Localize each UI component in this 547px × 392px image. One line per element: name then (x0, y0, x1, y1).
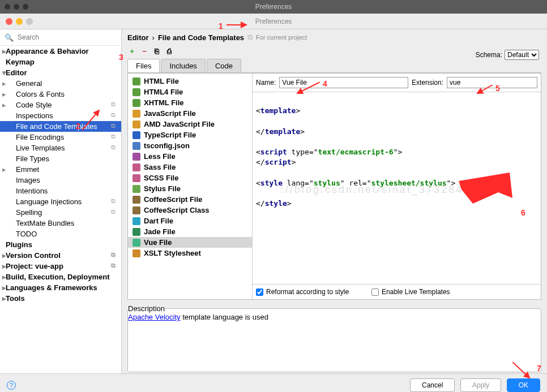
file-label: Sass File (144, 163, 176, 171)
tree-item-general[interactable]: General (0, 78, 121, 89)
template-xhtml-file[interactable]: XHTML File (128, 97, 252, 108)
tab-includes[interactable]: Includes (161, 59, 205, 72)
tree-item-live-templates[interactable]: Live Templates⧉ (0, 143, 121, 153)
minimize-icon[interactable] (16, 18, 23, 25)
name-input[interactable] (279, 77, 408, 88)
tree-item-file-and-code-templates[interactable]: File and Code Templates⧉ (0, 121, 121, 132)
tab-code[interactable]: Code (207, 59, 241, 72)
tree-item-textmate-bundles[interactable]: TextMate Bundles (0, 218, 121, 229)
file-label: AMD JavaScript File (144, 120, 215, 128)
file-label: HTML4 File (144, 88, 183, 96)
tree-item-version-control[interactable]: Version Control⧉ (0, 250, 121, 261)
file-icon (133, 228, 140, 236)
file-icon (133, 131, 140, 139)
schema-dropdown[interactable]: Default (505, 50, 539, 60)
cancel-button[interactable]: Cancel (410, 378, 455, 392)
tree-item-code-style[interactable]: Code Style⧉ (0, 100, 121, 110)
template-stylus-file[interactable]: Stylus File (128, 183, 252, 194)
file-icon (133, 239, 140, 247)
tree-item-build-execution-deployment[interactable]: Build, Execution, Deployment (0, 272, 121, 282)
template-amd-javascript-file[interactable]: AMD JavaScript File (128, 119, 252, 130)
tree-item-project-vue-app[interactable]: Project: vue-app⧉ (0, 261, 121, 272)
file-label: tsconfig.json (144, 141, 190, 150)
tree-item-inspections[interactable]: Inspections⧉ (0, 110, 121, 121)
file-label: HTML File (144, 77, 179, 85)
tree-item-tools[interactable]: Tools (0, 293, 121, 304)
reformat-checkbox[interactable]: Reformat according to style (256, 288, 349, 296)
name-label: Name: (256, 79, 276, 87)
schema-selector: Schema: Default (476, 50, 539, 60)
tree-item-file-encodings[interactable]: File Encodings⧉ (0, 132, 121, 143)
file-icon (133, 163, 140, 171)
template-vue-file[interactable]: Vue File (128, 237, 252, 248)
tree-item-images[interactable]: Images (0, 175, 121, 186)
template-coffeescript-file[interactable]: CoffeeScript File (128, 194, 252, 205)
traffic-lights[interactable] (6, 18, 33, 25)
close-icon[interactable] (6, 18, 12, 25)
file-icon (133, 77, 140, 85)
dialog-footer: ? Cancel Apply OK (0, 373, 547, 392)
dialog-title: Preferences (255, 18, 292, 25)
extension-input[interactable] (447, 77, 537, 88)
template-tsconfig-json[interactable]: tsconfig.json (128, 140, 252, 151)
native-titlebar: Preferences (0, 0, 547, 14)
tree-item-language-injections[interactable]: Language Injections⧉ (0, 196, 121, 207)
file-icon (133, 249, 140, 257)
tree-item-file-types[interactable]: File Types (0, 153, 121, 164)
copy-icon[interactable]: ⎘ (152, 46, 161, 55)
template-html4-file[interactable]: HTML4 File (128, 87, 252, 97)
template-xslt-stylesheet[interactable]: XSLT Stylesheet (128, 248, 252, 259)
template-header: Name: Extension: (253, 74, 541, 92)
window-title: Preferences (255, 3, 292, 11)
template-javascript-file[interactable]: JavaScript File (128, 108, 252, 119)
template-coffeescript-class[interactable]: CoffeeScript Class (128, 205, 252, 216)
help-icon[interactable]: ? (7, 381, 16, 390)
file-label: Vue File (144, 238, 172, 247)
search-input[interactable] (16, 32, 117, 43)
tree-item-todo[interactable]: TODO (0, 229, 121, 239)
template-editor[interactable]: <template> </template> <script type="tex… (253, 92, 541, 284)
schema-label: Schema: (476, 51, 502, 59)
search-wrap: 🔍 (0, 29, 121, 46)
add-icon[interactable]: + (127, 46, 136, 55)
tab-files[interactable]: Files (127, 59, 160, 72)
file-icon (133, 120, 140, 128)
tree-item-plugins[interactable]: Plugins (0, 239, 121, 250)
template-jade-file[interactable]: Jade File (128, 226, 252, 237)
file-label: XSLT Stylesheet (144, 249, 201, 257)
tree-item-spelling[interactable]: Spelling⧉ (0, 207, 121, 218)
file-label: Less File (144, 152, 176, 161)
zoom-icon[interactable] (26, 18, 33, 25)
tree-item-intentions[interactable]: Intentions (0, 186, 121, 196)
template-dart-file[interactable]: Dart File (128, 216, 252, 226)
apply-button[interactable]: Apply (460, 378, 501, 392)
file-icon (133, 217, 140, 225)
velocity-link[interactable]: Apache Velocity (128, 313, 181, 321)
description-panel: Description Apache Velocity template lan… (127, 304, 541, 372)
tree-item-emmet[interactable]: Emmet (0, 164, 121, 175)
file-label: XHTML File (144, 98, 184, 107)
tree-item-keymap[interactable]: Keymap (0, 57, 121, 67)
live-templates-checkbox[interactable]: Enable Live Templates (371, 288, 450, 296)
template-scss-file[interactable]: SCSS File (128, 173, 252, 183)
tree-item-colors-fonts[interactable]: Colors & Fonts (0, 89, 121, 100)
template-list[interactable]: HTML FileHTML4 FileXHTML FileJavaScript … (128, 74, 253, 299)
tree-item-appearance-behavior[interactable]: Appearance & Behavior (0, 46, 121, 57)
ok-button[interactable]: OK (507, 378, 540, 392)
template-html-file[interactable]: HTML File (128, 76, 252, 87)
breadcrumb: Editor › File and Code Templates ⧉ For c… (122, 29, 547, 45)
tree-item-languages-frameworks[interactable]: Languages & Frameworks (0, 282, 121, 293)
file-label: JavaScript File (144, 109, 196, 118)
remove-icon[interactable]: − (140, 46, 149, 55)
file-label: TypeScript File (144, 131, 196, 139)
template-sass-file[interactable]: Sass File (128, 162, 252, 173)
template-less-file[interactable]: Less File (128, 151, 252, 162)
search-icon: 🔍 (5, 33, 14, 42)
template-typescript-file[interactable]: TypeScript File (128, 130, 252, 140)
file-label: Jade File (144, 227, 176, 236)
file-icon (133, 110, 140, 118)
settings-tree[interactable]: 🔍 Appearance & BehaviorKeymapEditorGener… (0, 29, 122, 373)
duplicate-icon[interactable]: ⎙ (165, 46, 174, 55)
file-label: SCSS File (144, 174, 178, 182)
tree-item-editor[interactable]: Editor (0, 67, 121, 78)
